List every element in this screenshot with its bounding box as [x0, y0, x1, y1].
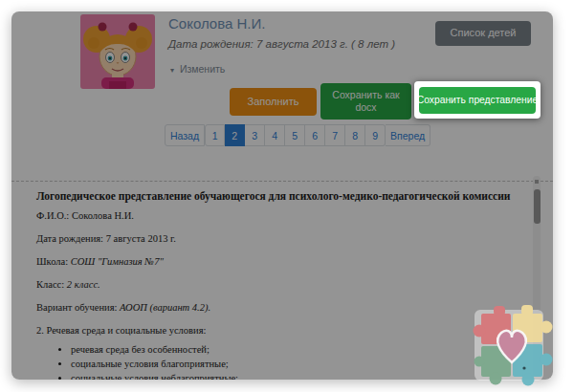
save-view-button[interactable]: Сохранить представление	[419, 87, 536, 114]
puzzle-heart-icon	[467, 294, 566, 390]
puzzle-heart-logo	[467, 294, 566, 390]
tour-spotlight: Сохранить представление	[414, 81, 541, 119]
page-canvas: Соколова Н.И. Дата рождения: 7 августа 2…	[0, 0, 574, 392]
